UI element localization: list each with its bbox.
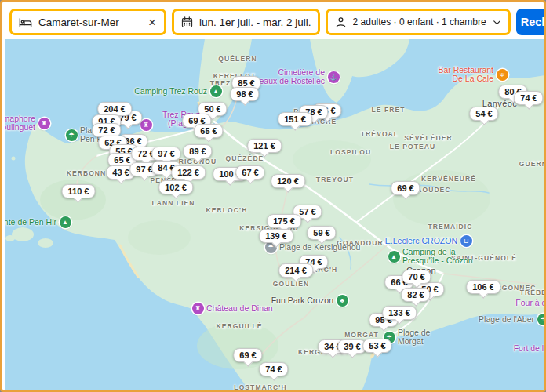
price-marker[interactable]: 74 € xyxy=(514,91,543,105)
price-marker[interactable]: 69 € xyxy=(233,348,262,362)
price-marker[interactable]: 59 € xyxy=(307,226,336,240)
price-marker[interactable]: 122 € xyxy=(171,165,206,180)
price-marker[interactable]: 54 € xyxy=(469,107,498,121)
price-markers-layer: 79 €204 €91 €72 €66 €62 €55 €65 €72 €97 … xyxy=(5,39,546,392)
chevron-down-icon[interactable] xyxy=(492,17,502,27)
price-marker[interactable]: 175 € xyxy=(267,214,301,228)
price-marker[interactable]: 89 € xyxy=(183,144,212,158)
destination-field[interactable]: Camaret-sur-Mer × xyxy=(9,9,166,35)
price-marker[interactable]: 120 € xyxy=(271,174,305,188)
clear-destination-icon[interactable]: × xyxy=(147,16,158,29)
occupancy-value[interactable]: 2 adultes · 0 enfant · 1 chambre xyxy=(353,16,486,27)
price-marker[interactable]: 98 € xyxy=(230,87,259,101)
price-marker[interactable]: 65 € xyxy=(194,124,223,138)
price-marker[interactable]: 69 € xyxy=(391,181,420,195)
price-marker[interactable]: 214 € xyxy=(278,263,313,278)
price-marker[interactable]: 82 € xyxy=(401,288,430,302)
bed-icon xyxy=(18,15,33,30)
map[interactable]: QUÉLERNKERELLOTTREZ ROUZROSTELLECSAINT-F… xyxy=(5,39,546,392)
price-marker[interactable]: 74 € xyxy=(259,362,288,376)
price-marker[interactable]: 67 € xyxy=(235,165,264,180)
price-marker[interactable]: 121 € xyxy=(247,139,282,153)
dates-value[interactable]: lun. 1er juil. - mar. 2 juil. xyxy=(199,16,311,28)
price-marker[interactable]: 70 € xyxy=(402,270,431,284)
calendar-icon xyxy=(180,16,194,29)
search-button[interactable]: Rechercher xyxy=(516,9,546,35)
price-marker[interactable]: 106 € xyxy=(466,280,500,294)
price-marker[interactable]: 151 € xyxy=(278,112,312,126)
search-bar: Camaret-sur-Mer × lun. 1er juil. - mar. … xyxy=(5,5,546,39)
price-marker[interactable]: 102 € xyxy=(158,180,193,194)
price-marker[interactable]: 53 € xyxy=(362,339,391,353)
occupancy-field[interactable]: 2 adultes · 0 enfant · 1 chambre xyxy=(326,9,511,35)
price-marker[interactable]: 97 € xyxy=(151,147,180,161)
price-marker[interactable]: 133 € xyxy=(382,306,417,320)
dates-field[interactable]: lun. 1er juil. - mar. 2 juil. xyxy=(172,9,320,35)
person-icon xyxy=(334,16,348,29)
booking-map-window: Camaret-sur-Mer × lun. 1er juil. - mar. … xyxy=(0,0,546,392)
price-marker[interactable]: 139 € xyxy=(259,229,293,243)
price-marker[interactable]: 110 € xyxy=(62,184,96,198)
destination-value[interactable]: Camaret-sur-Mer xyxy=(38,16,141,28)
